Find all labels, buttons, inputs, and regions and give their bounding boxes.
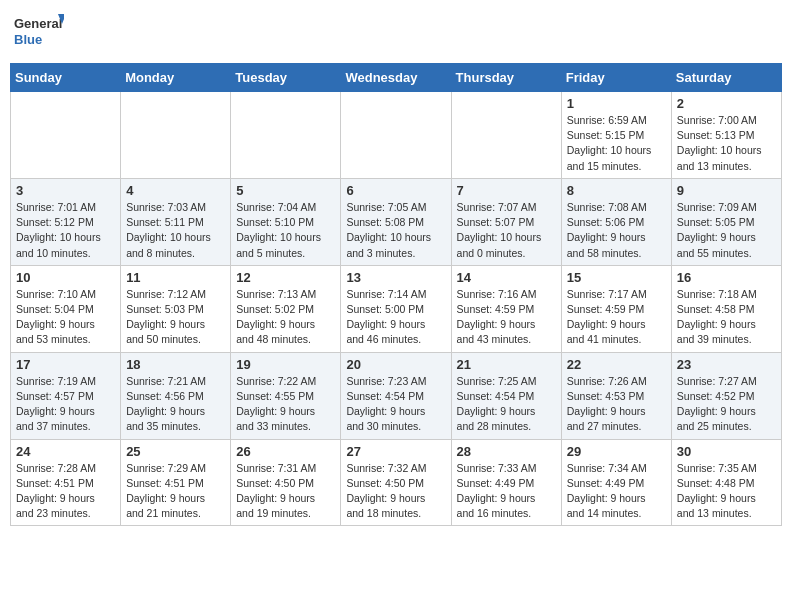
- day-number: 12: [236, 270, 335, 285]
- calendar-cell: 10Sunrise: 7:10 AMSunset: 5:04 PMDayligh…: [11, 265, 121, 352]
- calendar-cell: 20Sunrise: 7:23 AMSunset: 4:54 PMDayligh…: [341, 352, 451, 439]
- day-info: Sunrise: 7:00 AMSunset: 5:13 PMDaylight:…: [677, 113, 776, 174]
- day-number: 16: [677, 270, 776, 285]
- header-saturday: Saturday: [671, 64, 781, 92]
- day-number: 13: [346, 270, 445, 285]
- day-info: Sunrise: 7:10 AMSunset: 5:04 PMDaylight:…: [16, 287, 115, 348]
- calendar-cell: 9Sunrise: 7:09 AMSunset: 5:05 PMDaylight…: [671, 178, 781, 265]
- calendar-cell: 18Sunrise: 7:21 AMSunset: 4:56 PMDayligh…: [121, 352, 231, 439]
- day-info: Sunrise: 7:26 AMSunset: 4:53 PMDaylight:…: [567, 374, 666, 435]
- day-info: Sunrise: 7:01 AMSunset: 5:12 PMDaylight:…: [16, 200, 115, 261]
- day-info: Sunrise: 7:28 AMSunset: 4:51 PMDaylight:…: [16, 461, 115, 522]
- week-row-5: 24Sunrise: 7:28 AMSunset: 4:51 PMDayligh…: [11, 439, 782, 526]
- calendar-cell: 25Sunrise: 7:29 AMSunset: 4:51 PMDayligh…: [121, 439, 231, 526]
- calendar-cell: 7Sunrise: 7:07 AMSunset: 5:07 PMDaylight…: [451, 178, 561, 265]
- logo-svg: General Blue: [14, 10, 64, 55]
- calendar-table: SundayMondayTuesdayWednesdayThursdayFrid…: [10, 63, 782, 526]
- day-info: Sunrise: 7:03 AMSunset: 5:11 PMDaylight:…: [126, 200, 225, 261]
- day-number: 2: [677, 96, 776, 111]
- day-info: Sunrise: 7:14 AMSunset: 5:00 PMDaylight:…: [346, 287, 445, 348]
- week-row-1: 1Sunrise: 6:59 AMSunset: 5:15 PMDaylight…: [11, 92, 782, 179]
- day-info: Sunrise: 7:22 AMSunset: 4:55 PMDaylight:…: [236, 374, 335, 435]
- calendar-cell: [231, 92, 341, 179]
- day-number: 15: [567, 270, 666, 285]
- day-info: Sunrise: 7:27 AMSunset: 4:52 PMDaylight:…: [677, 374, 776, 435]
- header-sunday: Sunday: [11, 64, 121, 92]
- calendar-cell: 22Sunrise: 7:26 AMSunset: 4:53 PMDayligh…: [561, 352, 671, 439]
- calendar-cell: 26Sunrise: 7:31 AMSunset: 4:50 PMDayligh…: [231, 439, 341, 526]
- day-info: Sunrise: 7:35 AMSunset: 4:48 PMDaylight:…: [677, 461, 776, 522]
- day-number: 14: [457, 270, 556, 285]
- day-info: Sunrise: 7:29 AMSunset: 4:51 PMDaylight:…: [126, 461, 225, 522]
- calendar-cell: 2Sunrise: 7:00 AMSunset: 5:13 PMDaylight…: [671, 92, 781, 179]
- day-number: 28: [457, 444, 556, 459]
- day-number: 5: [236, 183, 335, 198]
- calendar-cell: 11Sunrise: 7:12 AMSunset: 5:03 PMDayligh…: [121, 265, 231, 352]
- day-info: Sunrise: 7:04 AMSunset: 5:10 PMDaylight:…: [236, 200, 335, 261]
- day-info: Sunrise: 7:17 AMSunset: 4:59 PMDaylight:…: [567, 287, 666, 348]
- day-number: 9: [677, 183, 776, 198]
- calendar-cell: 8Sunrise: 7:08 AMSunset: 5:06 PMDaylight…: [561, 178, 671, 265]
- header-thursday: Thursday: [451, 64, 561, 92]
- week-row-2: 3Sunrise: 7:01 AMSunset: 5:12 PMDaylight…: [11, 178, 782, 265]
- day-number: 19: [236, 357, 335, 372]
- calendar-cell: [11, 92, 121, 179]
- calendar-cell: 6Sunrise: 7:05 AMSunset: 5:08 PMDaylight…: [341, 178, 451, 265]
- header-friday: Friday: [561, 64, 671, 92]
- header-wednesday: Wednesday: [341, 64, 451, 92]
- day-number: 24: [16, 444, 115, 459]
- calendar-cell: 13Sunrise: 7:14 AMSunset: 5:00 PMDayligh…: [341, 265, 451, 352]
- svg-text:Blue: Blue: [14, 32, 42, 47]
- calendar-cell: 4Sunrise: 7:03 AMSunset: 5:11 PMDaylight…: [121, 178, 231, 265]
- day-number: 7: [457, 183, 556, 198]
- week-row-4: 17Sunrise: 7:19 AMSunset: 4:57 PMDayligh…: [11, 352, 782, 439]
- day-number: 27: [346, 444, 445, 459]
- day-info: Sunrise: 7:16 AMSunset: 4:59 PMDaylight:…: [457, 287, 556, 348]
- day-number: 8: [567, 183, 666, 198]
- calendar-cell: 14Sunrise: 7:16 AMSunset: 4:59 PMDayligh…: [451, 265, 561, 352]
- calendar-cell: 16Sunrise: 7:18 AMSunset: 4:58 PMDayligh…: [671, 265, 781, 352]
- day-info: Sunrise: 7:18 AMSunset: 4:58 PMDaylight:…: [677, 287, 776, 348]
- day-info: Sunrise: 7:21 AMSunset: 4:56 PMDaylight:…: [126, 374, 225, 435]
- day-number: 11: [126, 270, 225, 285]
- day-info: Sunrise: 7:32 AMSunset: 4:50 PMDaylight:…: [346, 461, 445, 522]
- day-number: 18: [126, 357, 225, 372]
- calendar-cell: [451, 92, 561, 179]
- calendar-cell: 23Sunrise: 7:27 AMSunset: 4:52 PMDayligh…: [671, 352, 781, 439]
- day-number: 10: [16, 270, 115, 285]
- day-number: 26: [236, 444, 335, 459]
- week-row-3: 10Sunrise: 7:10 AMSunset: 5:04 PMDayligh…: [11, 265, 782, 352]
- day-info: Sunrise: 7:07 AMSunset: 5:07 PMDaylight:…: [457, 200, 556, 261]
- day-info: Sunrise: 7:05 AMSunset: 5:08 PMDaylight:…: [346, 200, 445, 261]
- day-number: 4: [126, 183, 225, 198]
- calendar-cell: 3Sunrise: 7:01 AMSunset: 5:12 PMDaylight…: [11, 178, 121, 265]
- calendar-cell: 27Sunrise: 7:32 AMSunset: 4:50 PMDayligh…: [341, 439, 451, 526]
- header-monday: Monday: [121, 64, 231, 92]
- day-info: Sunrise: 7:31 AMSunset: 4:50 PMDaylight:…: [236, 461, 335, 522]
- calendar-cell: 30Sunrise: 7:35 AMSunset: 4:48 PMDayligh…: [671, 439, 781, 526]
- calendar-cell: 17Sunrise: 7:19 AMSunset: 4:57 PMDayligh…: [11, 352, 121, 439]
- calendar-cell: 28Sunrise: 7:33 AMSunset: 4:49 PMDayligh…: [451, 439, 561, 526]
- day-number: 23: [677, 357, 776, 372]
- calendar-cell: 24Sunrise: 7:28 AMSunset: 4:51 PMDayligh…: [11, 439, 121, 526]
- calendar-cell: 12Sunrise: 7:13 AMSunset: 5:02 PMDayligh…: [231, 265, 341, 352]
- day-info: Sunrise: 7:09 AMSunset: 5:05 PMDaylight:…: [677, 200, 776, 261]
- day-number: 20: [346, 357, 445, 372]
- calendar-cell: 21Sunrise: 7:25 AMSunset: 4:54 PMDayligh…: [451, 352, 561, 439]
- page-header: General Blue: [10, 10, 782, 55]
- day-info: Sunrise: 7:25 AMSunset: 4:54 PMDaylight:…: [457, 374, 556, 435]
- day-info: Sunrise: 7:08 AMSunset: 5:06 PMDaylight:…: [567, 200, 666, 261]
- day-number: 3: [16, 183, 115, 198]
- day-number: 30: [677, 444, 776, 459]
- day-number: 25: [126, 444, 225, 459]
- header-tuesday: Tuesday: [231, 64, 341, 92]
- day-info: Sunrise: 6:59 AMSunset: 5:15 PMDaylight:…: [567, 113, 666, 174]
- calendar-cell: [121, 92, 231, 179]
- day-info: Sunrise: 7:19 AMSunset: 4:57 PMDaylight:…: [16, 374, 115, 435]
- logo: General Blue: [14, 10, 64, 55]
- day-info: Sunrise: 7:13 AMSunset: 5:02 PMDaylight:…: [236, 287, 335, 348]
- calendar-cell: 5Sunrise: 7:04 AMSunset: 5:10 PMDaylight…: [231, 178, 341, 265]
- day-number: 21: [457, 357, 556, 372]
- day-info: Sunrise: 7:33 AMSunset: 4:49 PMDaylight:…: [457, 461, 556, 522]
- day-number: 29: [567, 444, 666, 459]
